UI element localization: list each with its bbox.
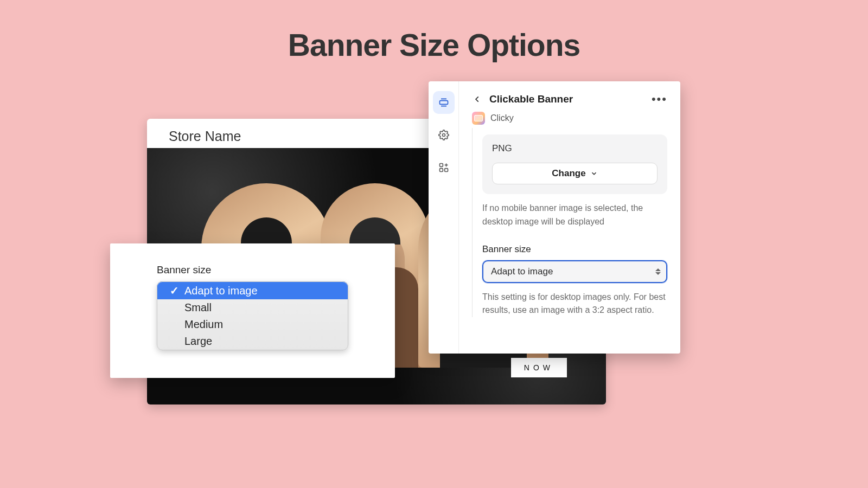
panel-title: Clickable Banner [489, 93, 573, 105]
svg-rect-1 [439, 101, 448, 105]
apps-icon[interactable] [433, 156, 455, 179]
banner-size-option[interactable]: Adapt to image [157, 282, 348, 299]
image-card: PNG Change [482, 134, 667, 194]
svg-point-2 [442, 134, 445, 137]
banner-size-select[interactable]: Adapt to image [482, 260, 667, 283]
svg-rect-5 [444, 169, 448, 172]
banner-size-option[interactable]: Small [157, 299, 348, 316]
option-label: Large [184, 335, 212, 348]
back-icon[interactable] [472, 94, 483, 105]
svg-rect-4 [439, 169, 443, 172]
banner-size-option[interactable]: Medium [157, 316, 348, 333]
option-label: Medium [184, 318, 223, 331]
gear-icon[interactable] [433, 124, 455, 146]
panel-rail [429, 81, 459, 354]
svg-rect-3 [439, 164, 443, 167]
more-icon[interactable]: ••• [652, 92, 667, 106]
app-name: Clicky [490, 113, 514, 123]
chevron-down-icon [590, 170, 598, 177]
helper-text: This setting is for desktop images only.… [482, 291, 667, 318]
helper-text: If no mobile banner image is selected, t… [482, 202, 667, 229]
banner-size-popover: Banner size Adapt to imageSmallMediumLar… [110, 243, 395, 378]
banner-size-dropdown[interactable]: Adapt to imageSmallMediumLarge [157, 281, 348, 350]
banner-size-label: Banner size [157, 264, 348, 276]
settings-panel: Clickable Banner ••• Clicky PNG Change I… [429, 81, 680, 354]
option-label: Small [184, 301, 212, 314]
banner-size-value: Adapt to image [491, 266, 553, 277]
shop-now-button[interactable]: NOW [511, 358, 567, 377]
change-image-label: Change [552, 168, 585, 179]
option-label: Adapt to image [184, 285, 258, 297]
app-icon [472, 112, 485, 125]
stepper-icon [655, 268, 661, 275]
change-image-button[interactable]: Change [492, 163, 658, 184]
banner-size-option[interactable]: Large [157, 333, 348, 350]
image-format-label: PNG [492, 143, 658, 154]
banner-size-label: Banner size [482, 244, 667, 255]
sections-icon[interactable] [433, 91, 455, 114]
